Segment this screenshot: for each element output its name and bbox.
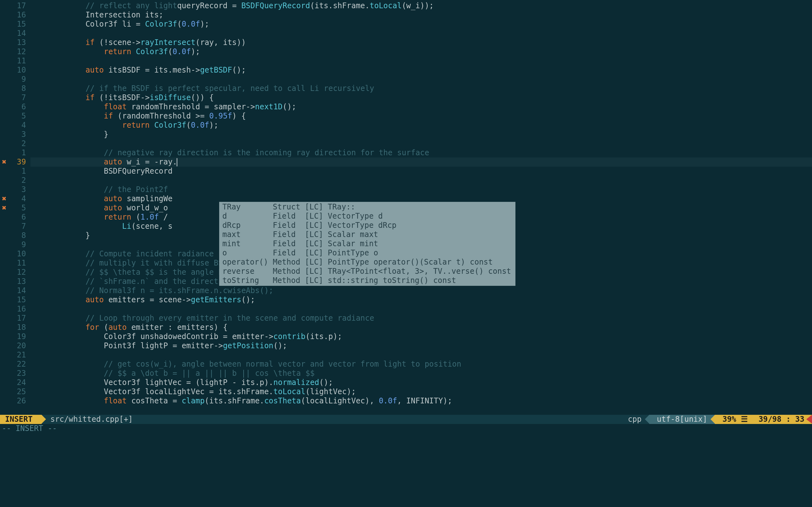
line-number: 20	[0, 341, 31, 350]
line-number: 12	[0, 268, 31, 277]
code-line: // reflect any lightqueryRecord = BSDFQu…	[31, 1, 812, 10]
line-number: 10	[0, 66, 31, 75]
line-number: 17	[0, 314, 31, 323]
line-number: 8	[0, 84, 31, 93]
code-line: }	[31, 130, 812, 139]
line-number: 21	[0, 350, 31, 360]
mode-message: -- INSERT --	[0, 424, 57, 433]
code-line	[31, 75, 812, 84]
code-line	[31, 176, 812, 185]
code-line: // Loop through every emitter in the sce…	[31, 314, 812, 323]
line-number: 6	[0, 102, 31, 112]
code-line: // negative ray direction is the incomin…	[31, 148, 812, 158]
line-number: 9	[0, 240, 31, 249]
line-number: 7	[0, 222, 31, 231]
line-number: 8	[0, 231, 31, 240]
line-number: 15	[0, 20, 31, 29]
line-number: 4	[0, 121, 31, 130]
line-number: 23	[0, 369, 31, 378]
code-line: Color3f unshadowedContrib = emitter->con…	[31, 332, 812, 341]
line-number: 12	[0, 47, 31, 56]
mode-segment: INSERT	[0, 415, 42, 424]
code-line: if (!scene->rayIntersect(ray, its))	[31, 38, 812, 47]
code-line: // get cos(w_i), angle between normal ve…	[31, 360, 812, 369]
line-number: 14	[0, 286, 31, 295]
completion-popup[interactable]: TRay Struct [LC] TRay::d Field [LC] Vect…	[219, 202, 515, 286]
percent-segment: 39% ☰	[715, 415, 756, 424]
code-line: if (randomThreshold >= 0.95f) {	[31, 112, 812, 121]
code-line: float randomThreshold = sampler->next1D(…	[31, 102, 812, 112]
completion-item[interactable]: d Field [LC] VectorType d	[219, 212, 515, 221]
code-line: auto itsBSDF = its.mesh->getBSDF();	[31, 66, 812, 75]
code-line: Point3f lightP = emitter->getPosition();	[31, 341, 812, 350]
line-number: 4✖	[0, 194, 31, 204]
status-filler	[138, 415, 623, 424]
code-line: for (auto emitter : emitters) {	[31, 323, 812, 332]
code-line: // if the BSDF is perfect specular, need…	[31, 84, 812, 93]
completion-item[interactable]: maxt Field [LC] Scalar maxt	[219, 230, 515, 239]
code-line: return Color3f(0.0f);	[31, 121, 812, 130]
line-number: 11	[0, 56, 31, 66]
line-number: 1	[0, 167, 31, 176]
line-number: 19	[0, 332, 31, 341]
line-number: 13	[0, 277, 31, 286]
code-line	[31, 56, 812, 66]
code-line	[31, 350, 812, 360]
completion-item[interactable]: dRcp Field [LC] VectorType dRcp	[219, 221, 515, 230]
line-number: 16	[0, 10, 31, 20]
text-cursor	[177, 158, 177, 166]
code-line: // $$ a \dot b = || a || || b || cos \th…	[31, 369, 812, 378]
line-number: 11	[0, 259, 31, 268]
line-number: 3	[0, 130, 31, 139]
code-line	[31, 139, 812, 148]
line-number: 18	[0, 323, 31, 332]
line-number: 39✖	[0, 158, 31, 167]
line-number: 1	[0, 148, 31, 158]
error-mark-icon: ✖	[2, 158, 6, 167]
line-number: 3	[0, 185, 31, 194]
code-line	[31, 304, 812, 314]
code-line: if (!itsBSDF->isDiffuse()) {	[31, 93, 812, 102]
line-number: 5✖	[0, 204, 31, 213]
code-line: // the Point2f	[31, 185, 812, 194]
error-mark-icon: ✖	[2, 204, 6, 213]
line-number: 9	[0, 75, 31, 84]
code-line: return Color3f(0.0f);	[31, 47, 812, 56]
code-line	[31, 29, 812, 38]
line-number: 14	[0, 29, 31, 38]
line-number: 6	[0, 213, 31, 222]
code-line: Color3f li = Color3f(0.0f);	[31, 20, 812, 29]
line-number: 16	[0, 304, 31, 314]
line-number: 10	[0, 249, 31, 259]
code-line: Vector3f lightVec = (lightP - its.p).nor…	[31, 378, 812, 387]
code-line: auto emitters = scene->getEmitters();	[31, 295, 812, 304]
status-bar: INSERT src/whitted.cpp[+] cpp utf-8[unix…	[0, 415, 812, 424]
completion-item[interactable]: o Field [LC] PointType o	[219, 248, 515, 258]
line-number: 13	[0, 38, 31, 47]
line-number-gutter: 171615141312111098765432139✖1234✖5✖67891…	[0, 0, 31, 485]
position-segment: 39/98 : 33	[756, 415, 812, 424]
line-number: 5	[0, 112, 31, 121]
editor-pane[interactable]: 171615141312111098765432139✖1234✖5✖67891…	[0, 0, 812, 485]
completion-item[interactable]: mint Field [LC] Scalar mint	[219, 239, 515, 248]
code-line: float cosTheta = clamp(its.shFrame.cosTh…	[31, 396, 812, 406]
line-number: 25	[0, 387, 31, 396]
code-line: Vector3f localLightVec = its.shFrame.toL…	[31, 387, 812, 396]
line-number: 22	[0, 360, 31, 369]
completion-item[interactable]: reverse Method [LC] TRay<TPoint<float, 3…	[219, 267, 515, 276]
code-line: BSDFQueryRecord	[31, 167, 812, 176]
error-mark-icon: ✖	[2, 194, 6, 204]
line-number: 2	[0, 176, 31, 185]
line-number: 7	[0, 93, 31, 102]
code-line-current: auto w_i = -ray.	[31, 158, 812, 167]
code-line: Intersection its;	[31, 10, 812, 20]
line-number: 26	[0, 396, 31, 406]
completion-item[interactable]: operator() Method [LC] PointType operato…	[219, 258, 515, 267]
line-number: 17	[0, 1, 31, 10]
completion-item[interactable]: TRay Struct [LC] TRay::	[219, 203, 515, 212]
code-line: // Normal3f n = its.shFrame.n.cwiseAbs()…	[31, 286, 812, 295]
completion-item[interactable]: toString Method [LC] std::string toStrin…	[219, 276, 515, 285]
code-area[interactable]: // reflect any lightqueryRecord = BSDFQu…	[31, 0, 812, 485]
encoding-segment: utf-8[unix]	[649, 415, 715, 424]
file-segment: src/whitted.cpp[+]	[42, 415, 138, 424]
